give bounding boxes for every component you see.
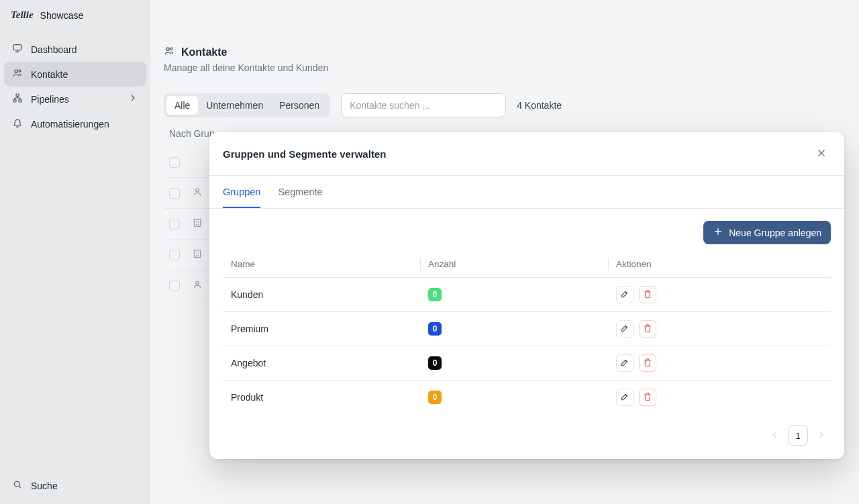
prev-page-button[interactable]: [765, 426, 784, 445]
count-badge: 0: [428, 288, 442, 301]
new-group-button[interactable]: Neue Gruppe anlegen: [703, 221, 831, 244]
chevron-right-icon: [817, 430, 826, 442]
edit-button[interactable]: [616, 389, 634, 406]
col-aktionen: Aktionen: [616, 259, 831, 269]
edit-button[interactable]: [616, 320, 634, 338]
count-badge: 0: [428, 356, 442, 370]
groups-modal: Gruppen und Segmente verwalten Gruppen S…: [209, 132, 844, 459]
count-badge: 0: [428, 391, 442, 404]
row-actions: [616, 354, 831, 372]
table-head: Name Anzahl Aktionen: [223, 252, 831, 277]
modal-actions: Neue Gruppe anlegen: [209, 209, 844, 244]
table-row: Premium0: [223, 311, 831, 346]
tab-segmente[interactable]: Segmente: [278, 187, 322, 208]
table-row: Angebot0: [223, 346, 831, 380]
edit-icon: [620, 289, 629, 301]
modal-title: Gruppen und Segmente verwalten: [223, 148, 386, 160]
close-button[interactable]: [812, 144, 831, 163]
col-name: Name: [231, 259, 428, 269]
edit-button[interactable]: [616, 286, 634, 303]
pagination: 1: [209, 414, 844, 459]
table-row: Kunden0: [223, 277, 831, 311]
trash-icon: [643, 323, 652, 335]
trash-icon: [643, 289, 652, 301]
group-name: Produkt: [231, 392, 428, 403]
plus-icon: [713, 226, 723, 239]
count-badge: 0: [428, 322, 442, 336]
group-name: Angebot: [231, 358, 428, 368]
edit-button[interactable]: [616, 354, 634, 372]
edit-icon: [620, 358, 629, 369]
row-actions: [616, 320, 831, 338]
tab-gruppen[interactable]: Gruppen: [223, 187, 260, 208]
col-anzahl: Anzahl: [428, 259, 616, 269]
groups-table: Name Anzahl Aktionen Kunden0Premium0Ange…: [209, 244, 844, 414]
modal-header: Gruppen und Segmente verwalten: [209, 132, 844, 176]
trash-icon: [643, 358, 652, 369]
delete-button[interactable]: [639, 354, 656, 372]
next-page-button[interactable]: [812, 426, 831, 445]
row-actions: [616, 286, 831, 303]
edit-icon: [620, 323, 629, 335]
group-name: Kunden: [231, 289, 428, 300]
modal-tabs: Gruppen Segmente: [209, 176, 844, 209]
delete-button[interactable]: [639, 320, 656, 338]
new-group-label: Neue Gruppe anlegen: [729, 228, 821, 238]
edit-icon: [620, 392, 629, 403]
close-icon: [815, 147, 827, 161]
table-row: Produkt0: [223, 380, 831, 414]
group-name: Premium: [231, 323, 428, 334]
trash-icon: [643, 392, 652, 403]
delete-button[interactable]: [639, 286, 656, 303]
row-actions: [616, 389, 831, 406]
chevron-left-icon: [770, 430, 779, 442]
page-number[interactable]: 1: [788, 425, 808, 446]
delete-button[interactable]: [639, 389, 656, 406]
